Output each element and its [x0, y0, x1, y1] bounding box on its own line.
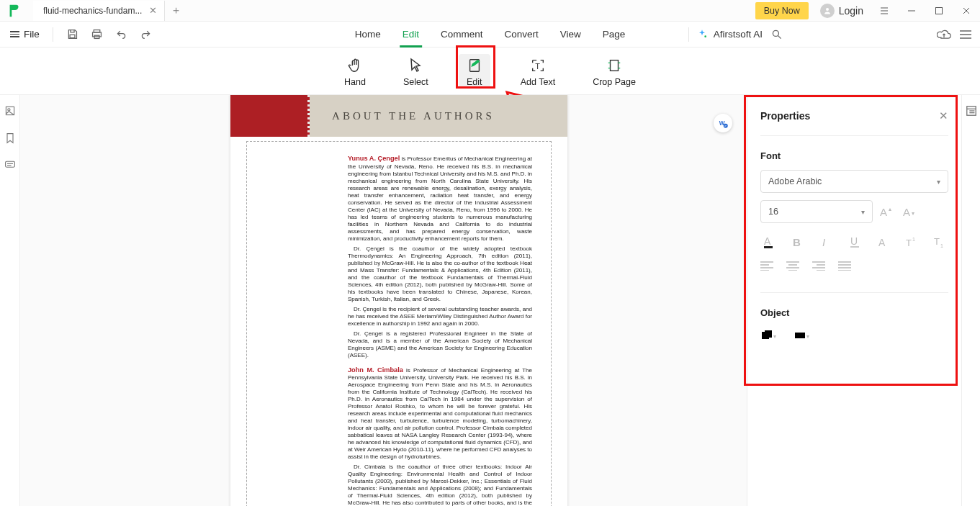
align-justify-icon[interactable] [838, 261, 851, 274]
svg-rect-64 [795, 333, 805, 338]
tool-ribbon: Hand Select Edit T Add Text Crop Page [0, 48, 980, 95]
italic-icon[interactable]: I [817, 233, 835, 250]
hamburger-icon[interactable] [871, 0, 898, 22]
ai-button[interactable]: Afirstsoft AI [696, 29, 763, 40]
divider [53, 27, 53, 42]
chevron-down-icon: ▾ [937, 178, 940, 186]
tool-add-text[interactable]: T Add Text [513, 54, 562, 89]
window-minimize-button[interactable] [898, 0, 925, 22]
svg-text:▾: ▾ [773, 333, 776, 340]
svg-text:▾: ▾ [806, 333, 809, 340]
menu-home[interactable]: Home [354, 22, 382, 48]
convert-to-word-badge[interactable]: W [714, 114, 732, 132]
undo-icon[interactable] [112, 25, 131, 44]
titlebar: fluid-mechanics-fundam... ✕ ＋ Buy Now Lo… [0, 0, 980, 22]
svg-text:I: I [822, 236, 825, 248]
divider [688, 27, 689, 42]
tool-select[interactable]: Select [396, 54, 436, 89]
author-name: John M. Cimbala [348, 366, 403, 374]
superscript-icon[interactable]: T1 [903, 233, 920, 250]
cloud-upload-icon[interactable] [937, 29, 951, 40]
tab-close-icon[interactable]: ✕ [149, 5, 157, 16]
svg-text:A: A [903, 206, 910, 218]
underline-icon[interactable]: U [846, 233, 863, 250]
text-style-icon[interactable]: A [874, 233, 891, 250]
menu-comment[interactable]: Comment [439, 22, 485, 48]
properties-toggle-icon[interactable] [966, 105, 977, 119]
properties-title: Properties ✕ [760, 109, 948, 122]
svg-rect-62 [765, 330, 772, 338]
menu-edit[interactable]: Edit [401, 22, 421, 48]
divider [760, 292, 948, 293]
svg-text:T: T [934, 236, 940, 247]
thumbnails-icon[interactable] [4, 105, 16, 119]
left-sidebar [0, 95, 20, 506]
svg-point-12 [704, 35, 706, 37]
bold-icon[interactable]: B [789, 233, 806, 250]
svg-text:T: T [906, 238, 912, 248]
increase-font-icon[interactable]: A▴ [878, 203, 896, 220]
svg-text:A: A [764, 235, 771, 247]
tool-label: Crop Page [593, 77, 636, 87]
body-text: Dr. Çengel is the coauthor of the widely… [348, 245, 532, 303]
tab-title: fluid-mechanics-fundam... [43, 6, 142, 16]
menu-page[interactable]: Page [601, 22, 627, 48]
object-heading: Object [760, 307, 948, 318]
window-maximize-button[interactable] [925, 0, 953, 22]
tool-hand[interactable]: Hand [337, 54, 373, 89]
hamburger-icon [10, 31, 19, 37]
tool-crop-page[interactable]: Crop Page [585, 54, 643, 89]
tool-edit[interactable]: Edit [459, 54, 490, 89]
font-size-select[interactable]: 16 ▾ [760, 200, 873, 223]
menu-view[interactable]: View [559, 22, 583, 48]
file-menu-button[interactable]: File [4, 29, 45, 40]
document-canvas[interactable]: W About the Authors Yunus A. Çengel is P… [20, 95, 747, 506]
align-right-icon[interactable] [812, 261, 825, 274]
font-size-value: 16 [768, 207, 778, 217]
font-family-select[interactable]: Adobe Arabic ▾ [760, 170, 948, 193]
svg-text:T: T [535, 61, 540, 70]
avatar-icon [820, 4, 835, 18]
menu-convert[interactable]: Convert [503, 22, 539, 48]
page-header: About the Authors [230, 95, 567, 137]
page-text-block[interactable]: Yunus A. Çengel is Professor Emeritus of… [246, 141, 552, 506]
comments-icon[interactable] [4, 160, 16, 173]
align-left-icon[interactable] [760, 261, 773, 274]
body-text: Dr. Çengel is a registered Professional … [348, 330, 532, 359]
buy-now-button[interactable]: Buy Now [755, 2, 809, 19]
redo-icon[interactable] [137, 25, 156, 44]
save-icon[interactable] [63, 25, 82, 44]
new-tab-button[interactable]: ＋ [165, 4, 186, 17]
tool-label: Select [403, 77, 428, 87]
app-logo [6, 2, 23, 19]
search-icon[interactable] [771, 29, 783, 40]
workspace: W About the Authors Yunus A. Çengel is P… [0, 95, 980, 506]
bookmark-icon[interactable] [5, 132, 15, 147]
arrange-icon[interactable]: ▾ [760, 327, 778, 344]
svg-point-13 [773, 30, 778, 36]
decrease-font-icon[interactable]: A▾ [902, 203, 919, 220]
properties-close-icon[interactable]: ✕ [939, 109, 948, 122]
window-close-button[interactable] [953, 0, 980, 22]
print-icon[interactable] [88, 25, 107, 44]
file-label: File [24, 29, 40, 40]
login-button[interactable]: Login [813, 4, 871, 18]
body-text: Dr. Cimbala is the coauthor of three oth… [348, 464, 532, 506]
svg-line-14 [778, 35, 781, 38]
document-tab[interactable]: fluid-mechanics-fundam... ✕ [33, 1, 165, 21]
divider [760, 135, 948, 136]
align-center-icon[interactable] [786, 261, 799, 274]
crop-icon [606, 57, 623, 74]
font-heading: Font [760, 150, 948, 161]
svg-text:1: 1 [940, 243, 943, 248]
panel-toggle-icon[interactable] [960, 30, 971, 40]
page-header-title: About the Authors [332, 110, 495, 122]
font-color-icon[interactable]: A [760, 233, 778, 250]
edit-page-icon [466, 57, 483, 74]
align-objects-icon[interactable]: ▾ [794, 327, 811, 344]
svg-rect-35 [764, 246, 773, 248]
subscript-icon[interactable]: T1 [931, 233, 948, 250]
tool-label: Add Text [521, 77, 555, 87]
svg-rect-5 [936, 7, 943, 14]
pdf-page[interactable]: About the Authors Yunus A. Çengel is Pro… [230, 95, 567, 506]
